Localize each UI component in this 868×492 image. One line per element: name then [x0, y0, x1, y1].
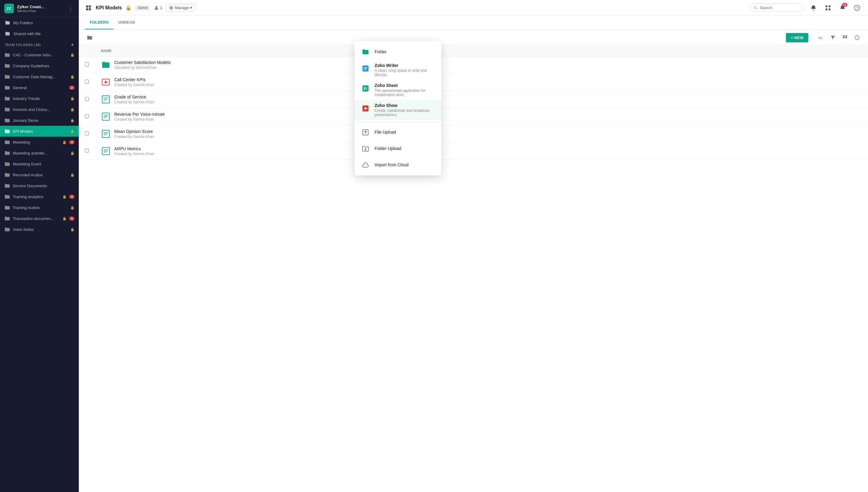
menu-title-zoho-writer: Zoho Writer: [375, 63, 435, 68]
menu-item-folder[interactable]: Folder: [355, 44, 441, 60]
sidebar-folder-training-audios[interactable]: Training Audios 🔒: [0, 202, 79, 213]
admin-badge: Admin: [135, 5, 150, 10]
svg-rect-10: [825, 5, 827, 7]
manage-label: Manage: [174, 5, 189, 10]
file-title-cck: Call Center KPIs: [114, 77, 154, 82]
file-name-cell: Mean Opinion Score Created by Samira Kha…: [95, 125, 868, 143]
checkbox-cell[interactable]: [79, 91, 95, 108]
new-button[interactable]: + NEW: [786, 33, 808, 43]
sidebar-folder-service-documents[interactable]: Service Documents: [0, 180, 79, 191]
folder-icon-service-documents: [4, 183, 10, 189]
folder-icon-industry-trends: [4, 95, 10, 101]
file-icon-mos: [101, 129, 111, 139]
menu-item-icon-folder: [361, 47, 370, 57]
sidebar-item-my-folders[interactable]: My Folders: [0, 17, 79, 28]
checkbox-header: [79, 46, 95, 56]
sidebar-folder-customer-data-manag[interactable]: Customer Data Manag... 🔒: [0, 71, 79, 82]
sidebar-folder-general[interactable]: General 2: [0, 82, 79, 93]
sidebar-more-button[interactable]: ⋮: [67, 4, 75, 13]
svg-text:i: i: [857, 36, 858, 40]
sidebar-folder-recorded-audios[interactable]: Recorded Audios 🔒: [0, 169, 79, 180]
menu-item-file-upload[interactable]: File Upload: [355, 124, 441, 140]
menu-item-zoho-writer[interactable]: Zoho Writer A clean, crisp space to writ…: [355, 60, 441, 80]
menu-title-folder-upload: Folder Upload: [375, 146, 401, 151]
search-input[interactable]: [760, 5, 799, 10]
table-row[interactable]: Call Center KPIs Created by Samira Khan: [79, 74, 868, 91]
menu-title-import-from-cloud: Import from Cloud: [375, 163, 409, 167]
view-button[interactable]: [840, 33, 850, 43]
file-name-cell: Customer Satisfaction Models Uploaded by…: [95, 56, 868, 74]
notifications-bell-button[interactable]: [809, 3, 818, 13]
menu-item-icon-import-from-cloud: [361, 160, 370, 170]
sidebar-folder-kpi-models[interactable]: KPI Models 🔒: [0, 126, 79, 137]
filter-button[interactable]: [828, 33, 838, 43]
menu-divider: [355, 122, 441, 122]
row-checkbox[interactable]: [85, 80, 89, 83]
table-row[interactable]: ARPU Metrics Created by Samira Khan: [79, 143, 868, 160]
sidebar-folder-transaction-documen[interactable]: Transaction documen... 🔒 5: [0, 213, 79, 224]
row-checkbox[interactable]: [85, 149, 89, 153]
menu-item-text-zoho-show: Zoho Show Create, collaborate and broadc…: [375, 103, 435, 117]
table-row[interactable]: Revenue Per Voice-minute Created by Sami…: [79, 108, 868, 125]
sort-button[interactable]: Az: [816, 33, 825, 43]
kpi-models-icon: [85, 4, 92, 11]
sidebar-folder-marketing-activitie[interactable]: Marketing activitie... 🔒: [0, 148, 79, 158]
sidebar-folder-company-guidelines[interactable]: Company Guidelines: [0, 60, 79, 71]
apps-grid-button[interactable]: [823, 3, 833, 13]
topbar: KPI Models 🔒 Admin 1 Manage ▾ 54: [79, 0, 868, 16]
sidebar-folder-training-analytics[interactable]: Training analytics 🔒 3: [0, 191, 79, 202]
menu-item-zoho-show[interactable]: Zoho Show Create, collaborate and broadc…: [355, 100, 441, 120]
checkbox-cell[interactable]: [79, 56, 95, 74]
sidebar-folder-cac[interactable]: CAC - Customer Advi... 🔒: [0, 49, 79, 60]
file-info-gos: Grade of Service Created by Samira Khan: [114, 95, 154, 104]
team-folders-count: (38): [34, 43, 41, 47]
tab-unread[interactable]: UNREAD: [113, 16, 140, 29]
sidebar-folder-january-demo[interactable]: January Demo 🔒: [0, 115, 79, 126]
new-dropdown-menu: Folder Zoho Writer A clean, crisp space …: [355, 41, 441, 175]
row-checkbox[interactable]: [85, 114, 89, 118]
file-icon-arpu: [101, 146, 111, 156]
sidebar-folder-industry-trends[interactable]: Industry Trends 🔒: [0, 93, 79, 104]
file-table: NAME Customer Satisfaction Models Upload…: [79, 46, 868, 160]
checkbox-cell[interactable]: [79, 74, 95, 91]
folder-label-service-documents: Service Documents: [13, 183, 75, 188]
file-title-rpvm: Revenue Per Voice-minute: [114, 112, 165, 117]
tab-folders[interactable]: FOLDERS: [85, 16, 113, 29]
notifications-count-button[interactable]: 54: [838, 3, 847, 13]
menu-item-zoho-sheet[interactable]: Zoho Sheet The spreadsheet application f…: [355, 80, 441, 100]
checkbox-cell[interactable]: [79, 143, 95, 160]
sidebar-item-shared-with-me[interactable]: Shared with Me: [0, 28, 79, 39]
main-content: KPI Models 🔒 Admin 1 Manage ▾ 54: [79, 0, 868, 492]
menu-desc-zoho-writer: A clean, crisp space to write and discus…: [375, 69, 435, 77]
sidebar-folder-marketing-event[interactable]: Marketing Event: [0, 158, 79, 169]
help-button[interactable]: ?: [852, 3, 862, 13]
file-name-cell: Call Center KPIs Created by Samira Khan: [95, 74, 868, 91]
table-row[interactable]: Grade of Service Created by Samira Khan: [79, 91, 868, 108]
checkbox-cell[interactable]: [79, 125, 95, 143]
table-row[interactable]: Customer Satisfaction Models Uploaded by…: [79, 56, 868, 74]
row-checkbox[interactable]: [85, 97, 89, 101]
lock-icon-invoices-and-closur: 🔒: [70, 107, 75, 112]
badge-general: 2: [69, 86, 75, 90]
manage-button[interactable]: Manage ▾: [166, 4, 195, 11]
search-box[interactable]: [749, 4, 804, 12]
file-icon-gos: [101, 95, 111, 104]
info-button[interactable]: i: [852, 33, 862, 43]
row-checkbox[interactable]: [85, 63, 89, 66]
checkbox-cell[interactable]: [79, 108, 95, 125]
folder-icon-cac: [4, 52, 10, 58]
menu-item-folder-upload[interactable]: Folder Upload: [355, 140, 441, 157]
svg-rect-37: [102, 148, 110, 155]
table-row[interactable]: Mean Opinion Score Created by Samira Kha…: [79, 125, 868, 143]
sidebar-folder-marketing[interactable]: Marketing 🔒 4: [0, 137, 79, 148]
row-checkbox[interactable]: [85, 131, 89, 136]
menu-title-zoho-show: Zoho Show: [375, 103, 435, 108]
name-column-header: NAME: [95, 46, 868, 56]
file-title-csm: Customer Satisfaction Models: [114, 60, 171, 65]
sidebar-folder-voice-notes[interactable]: Voice Notes 🔒: [0, 224, 79, 235]
menu-desc-zoho-show: Create, collaborate and broadcast presen…: [375, 108, 435, 117]
svg-marker-24: [105, 80, 108, 83]
add-team-folder-button[interactable]: +: [71, 42, 74, 48]
menu-item-import-from-cloud[interactable]: Import from Cloud: [355, 157, 441, 173]
sidebar-folder-invoices-and-closur[interactable]: Invoices and Closur... 🔒: [0, 104, 79, 115]
